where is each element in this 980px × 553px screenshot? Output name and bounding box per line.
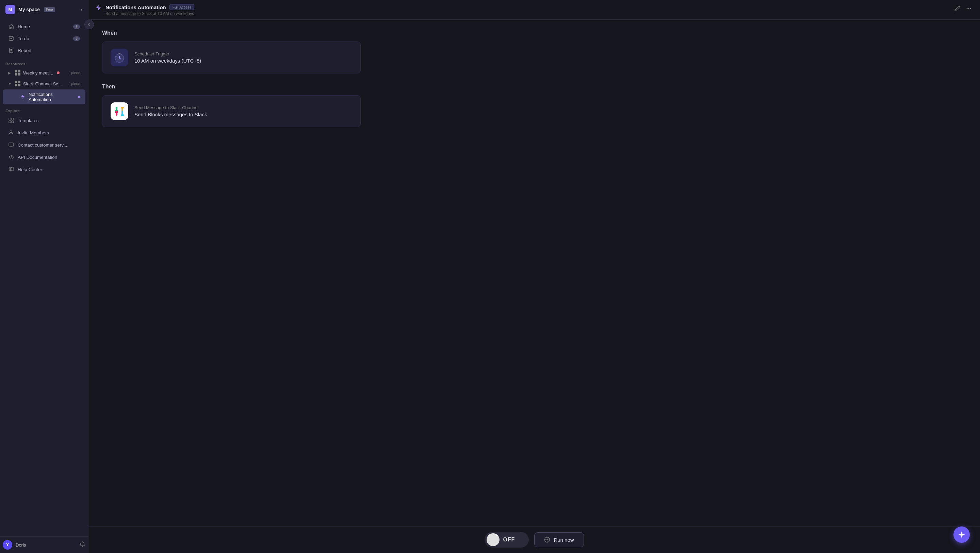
svg-rect-7 [9, 121, 11, 123]
svg-point-33 [546, 539, 548, 540]
sidebar-item-notifications-automation[interactable]: Notifications Automation [3, 89, 86, 105]
bell-icon[interactable] [79, 541, 86, 548]
sidebar-item-weekly[interactable]: ▶ Weekly meeti... 1piece [3, 68, 86, 78]
person-icon [8, 130, 14, 136]
explore-item-help[interactable]: Help Center [3, 164, 86, 175]
svg-point-17 [969, 8, 969, 9]
workspace-avatar: M [5, 5, 15, 14]
document-icon [8, 47, 14, 53]
slack-action-card[interactable]: Send Message to Slack Channel Send Block… [102, 95, 361, 127]
then-section: Then [102, 84, 966, 127]
workspace-badge: Free [44, 7, 55, 12]
svg-rect-6 [11, 118, 14, 120]
user-avatar: Y [3, 540, 12, 550]
topbar-actions [953, 4, 973, 14]
sidebar-item-slack-channel[interactable]: ▼ Slack Channel Sc... 1piece [3, 79, 86, 89]
workspace-header[interactable]: M My space Free ▾ [0, 0, 88, 19]
main-content: Notifications Automation Full Access Sen… [89, 0, 980, 553]
scheduler-text: Scheduler Trigger 10 AM on weekdays (UTC… [134, 51, 201, 64]
edit-button[interactable] [953, 4, 962, 14]
explore-label: Explore [0, 105, 88, 114]
lightning-icon [21, 94, 26, 100]
monitor-icon [8, 142, 14, 148]
workspace-name: My space [18, 7, 40, 12]
chevron-right-icon: ▶ [8, 71, 12, 75]
content-area: When Scheduler Trigger 10 AM on weekdays… [89, 20, 980, 526]
api-icon [8, 154, 14, 160]
nav-label-report: Report [18, 48, 32, 53]
page-title: Notifications Automation [105, 5, 166, 10]
main-nav: Home 3 To-do 3 Report [0, 19, 88, 58]
slack-icon-container [111, 102, 128, 120]
nav-label-home: Home [18, 24, 30, 29]
run-icon [544, 537, 550, 543]
scheduler-icon-container [111, 49, 128, 66]
svg-rect-20 [118, 53, 120, 54]
explore-item-contact[interactable]: Contact customer servi... [3, 139, 86, 151]
nav-item-report[interactable]: Report [3, 44, 86, 56]
lightning-icon-topbar [95, 5, 102, 13]
run-now-button[interactable]: Run now [534, 532, 584, 547]
user-name: Doris [16, 542, 26, 548]
svg-rect-5 [9, 118, 11, 120]
action-value: Send Blocks messages to Slack [134, 111, 207, 118]
invite-label: Invite Members [18, 130, 49, 135]
svg-rect-27 [121, 107, 124, 108]
home-icon [8, 24, 14, 30]
grid-icon-2 [15, 81, 21, 86]
svg-point-16 [967, 8, 968, 9]
page-subtitle: Send a message to Slack at 10 AM on week… [105, 11, 949, 16]
weekly-label: Weekly meeti... [23, 70, 53, 76]
sidebar-collapse-button[interactable] [84, 20, 94, 29]
then-label: Then [102, 84, 966, 90]
toggle-label: OFF [503, 537, 515, 543]
active-dot [78, 96, 80, 98]
explore-item-api[interactable]: API Documentation [3, 151, 86, 163]
svg-rect-8 [11, 121, 14, 123]
svg-point-18 [970, 8, 971, 9]
bottom-bar: OFF Run now [89, 526, 980, 553]
slack-channel-label: Slack Channel Sc... [23, 81, 62, 86]
checkbox-icon [8, 35, 14, 41]
sparkle-icon [958, 531, 966, 539]
automation-label: Notifications Automation [29, 92, 74, 102]
explore-item-invite[interactable]: Invite Members [3, 127, 86, 138]
nav-badge-todo: 3 [73, 37, 80, 41]
slack-text: Send Message to Slack Channel Send Block… [134, 105, 207, 118]
more-options-button[interactable] [964, 4, 973, 14]
nav-item-home[interactable]: Home 3 [3, 21, 86, 32]
templates-label: Templates [18, 118, 39, 123]
nav-badge-home: 3 [73, 24, 80, 29]
when-label: When [102, 30, 966, 36]
sidebar-footer: Y Doris [0, 536, 88, 553]
trigger-label: Scheduler Trigger [134, 51, 201, 56]
book-icon [8, 166, 14, 172]
workspace-chevron-icon: ▾ [81, 7, 83, 12]
templates-icon [8, 118, 14, 124]
slack-piece: 1piece [69, 82, 80, 86]
fab-button[interactable] [953, 526, 970, 543]
trigger-value: 10 AM on weekdays (UTC+8) [134, 58, 201, 64]
nav-item-todo[interactable]: To-do 3 [3, 33, 86, 44]
full-access-badge: Full Access [169, 4, 195, 10]
sidebar: M My space Free ▾ Home 3 To-do [0, 0, 89, 553]
svg-rect-29 [115, 111, 118, 113]
svg-point-9 [10, 130, 12, 133]
chevron-down-icon: ▼ [8, 82, 12, 86]
grid-icon [15, 70, 21, 76]
api-label: API Documentation [18, 155, 57, 160]
svg-point-23 [119, 57, 120, 59]
topbar: Notifications Automation Full Access Sen… [89, 0, 980, 20]
toggle-knob [487, 533, 500, 546]
explore-item-templates[interactable]: Templates [3, 114, 86, 126]
action-label: Send Message to Slack Channel [134, 105, 207, 110]
svg-rect-31 [121, 114, 124, 116]
notification-dot [57, 72, 60, 74]
toggle-switch[interactable]: OFF [485, 532, 529, 548]
help-label: Help Center [18, 167, 42, 172]
scheduler-trigger-card[interactable]: Scheduler Trigger 10 AM on weekdays (UTC… [102, 41, 361, 73]
topbar-info: Notifications Automation Full Access Sen… [105, 4, 949, 16]
svg-rect-0 [9, 37, 13, 40]
resources-label: Resources [0, 58, 88, 67]
weekly-piece: 1piece [69, 71, 80, 75]
